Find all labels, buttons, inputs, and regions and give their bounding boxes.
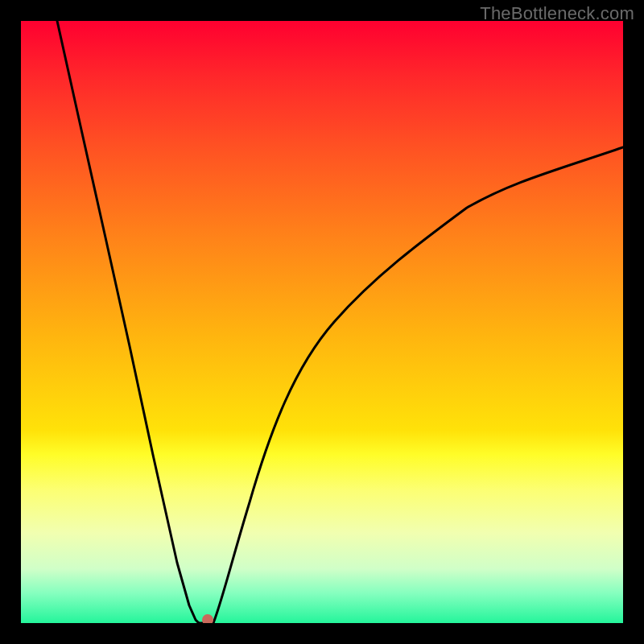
chart-frame: TheBottleneck.com xyxy=(0,0,644,644)
curve-right-branch xyxy=(213,147,623,623)
min-point-marker xyxy=(202,614,213,623)
plot-area xyxy=(21,21,623,623)
bottleneck-curve xyxy=(21,21,623,623)
watermark-text: TheBottleneck.com xyxy=(480,3,634,24)
curve-left-branch xyxy=(57,21,199,623)
